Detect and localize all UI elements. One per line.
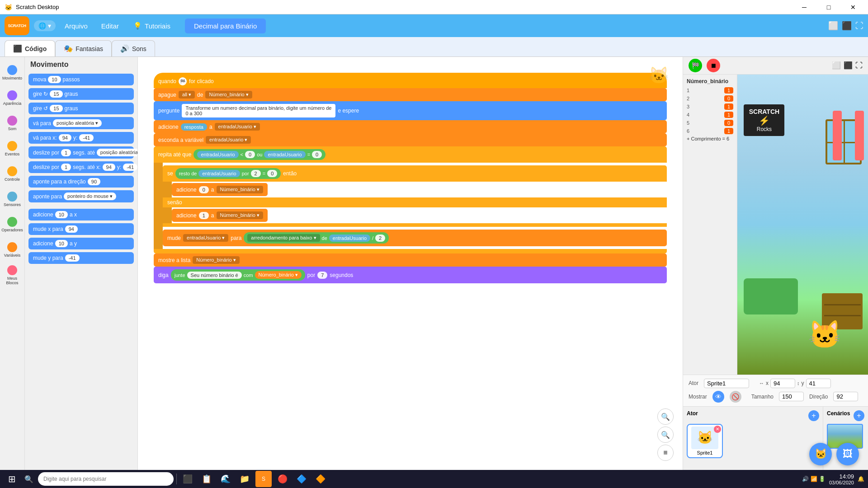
- stop-button[interactable]: ⏹: [707, 59, 720, 72]
- sidebar-item-som[interactable]: Som: [1, 112, 24, 135]
- block-mude-y[interactable]: mude y para -41: [28, 252, 134, 264]
- block-esconda[interactable]: esconda a variável entradaUsuario ▾: [154, 133, 667, 146]
- layout-btn-1[interactable]: ⬜: [828, 21, 838, 31]
- stage-small-button[interactable]: ⬜: [832, 61, 841, 70]
- taskbar-notification[interactable]: 🔔: [858, 476, 864, 482]
- block-adicione-y[interactable]: adicione 10 a y: [28, 238, 134, 249]
- main-area: Movimento Aparência Som Eventos Controle…: [0, 57, 868, 470]
- add-scene-float-button[interactable]: 🖼: [836, 443, 859, 465]
- tutorials-menu[interactable]: 💡 Tutoriais: [128, 20, 176, 32]
- language-selector[interactable]: 🌐 ▾: [34, 20, 56, 31]
- sidebar-item-movimento[interactable]: Movimento: [1, 61, 24, 84]
- x-label: x: [766, 380, 769, 386]
- menubar: SCRATCH 🌐 ▾ Arquivo Editar 💡 Tutoriais D…: [0, 14, 868, 37]
- taskbar-app-vscode[interactable]: 🔷: [293, 471, 310, 487]
- sprite-delete-button[interactable]: ✕: [714, 426, 721, 433]
- sprite-name-input[interactable]: [704, 379, 749, 388]
- size-label: Tamanho: [751, 394, 774, 400]
- taskbar-date: 03/06/2020: [829, 480, 854, 485]
- green-flag-button[interactable]: 🏁: [689, 59, 702, 72]
- script-canvas[interactable]: 🐱 quando 🏁 for clicado apague a: [138, 57, 683, 470]
- taskbar-app-edge[interactable]: 🌊: [217, 471, 234, 487]
- sidebar-item-controle[interactable]: Controle: [1, 163, 24, 185]
- zoom-in-button[interactable]: 🔍: [657, 408, 674, 425]
- sprite-name-label: Sprite1: [697, 450, 713, 455]
- hide-eye-button[interactable]: 🚫: [730, 391, 741, 403]
- sidebar-item-aparencia[interactable]: Aparência: [1, 87, 24, 109]
- block-adicione-resposta[interactable]: adicione resposta a entradaUsuario ▾: [154, 120, 667, 133]
- block-adicione-1[interactable]: adicione 1 a Número_binário ▾: [172, 209, 268, 222]
- block-adicione-x[interactable]: adicione 10 a x: [28, 209, 134, 221]
- block-gire-ccw[interactable]: gire ↺ 15 graus: [28, 103, 134, 114]
- taskbar-app-chrome[interactable]: 🔴: [274, 471, 291, 487]
- taskbar-app-widget[interactable]: 📋: [198, 471, 215, 487]
- taskbar-app-multitask[interactable]: ⬛: [179, 471, 196, 487]
- close-button[interactable]: ✕: [843, 0, 863, 14]
- tab-fantasias[interactable]: 🎭 Fantasias: [55, 40, 112, 56]
- tab-sons[interactable]: 🔊 Sons: [112, 40, 155, 56]
- show-eye-button[interactable]: 👁: [712, 391, 724, 403]
- minimize-button[interactable]: ─: [794, 0, 815, 14]
- block-adicione-0[interactable]: adicione 0 a Número_binário ▾: [172, 183, 268, 196]
- y-input[interactable]: [806, 379, 831, 388]
- taskbar-app-other[interactable]: 🔶: [312, 471, 329, 487]
- add-scene-button[interactable]: +: [854, 410, 864, 421]
- stage-canvas[interactable]: 🐱 SCRATCH ⚡ Rocks: [737, 75, 868, 375]
- zoom-out-button[interactable]: 🔍: [657, 427, 674, 443]
- taskbar-app-scratch[interactable]: S: [255, 471, 272, 487]
- stage-background: 🐱 SCRATCH ⚡ Rocks: [737, 75, 868, 375]
- taskbar-search-input[interactable]: [38, 472, 174, 486]
- globe-arrow: ▾: [48, 22, 51, 29]
- stage-large-button[interactable]: ⬛: [844, 61, 853, 70]
- taskbar-app-explorer[interactable]: 📁: [236, 471, 253, 487]
- block-repeat-until[interactable]: repita até que entradaUsuario < 0 ou ent…: [154, 146, 667, 253]
- arquivo-menu[interactable]: Arquivo: [60, 20, 92, 32]
- dir-input[interactable]: [833, 392, 858, 401]
- block-apague[interactable]: apague all ▾ de Número_binário ▾: [154, 88, 667, 101]
- codigo-icon: ⬛: [13, 44, 22, 53]
- search-icon: 🔍: [24, 475, 33, 483]
- block-pergunte[interactable]: pergunte Transforme um numero decimal pa…: [154, 101, 667, 120]
- maximize-button[interactable]: □: [818, 0, 839, 14]
- add-sprite-button[interactable]: +: [808, 410, 819, 421]
- block-mude-x[interactable]: mude x para 94: [28, 223, 134, 235]
- floating-buttons: 🐱 🖼: [809, 443, 859, 465]
- x-input[interactable]: [770, 379, 795, 388]
- script-area[interactable]: 🐱 quando 🏁 for clicado apague a: [138, 57, 683, 470]
- green-flag-icon: 🏁: [179, 77, 187, 85]
- sprite-cat[interactable]: 🐱: [808, 319, 842, 351]
- sprite-item-1[interactable]: ✕ 🐱 Sprite1: [687, 424, 723, 458]
- sidebar-item-variaveis[interactable]: Variáveis: [1, 239, 24, 261]
- sidebar-item-eventos[interactable]: Eventos: [1, 137, 24, 160]
- project-name-input[interactable]: Decimal para Binário: [185, 19, 266, 33]
- sprites-list: Ator + ✕ 🐱 Sprite1: [683, 407, 823, 470]
- sidebar-item-operadores[interactable]: Operadores: [1, 213, 24, 236]
- editar-menu[interactable]: Editar: [97, 20, 123, 32]
- sidebar-item-meusblocos[interactable]: Meus Blocos: [1, 264, 24, 286]
- block-diga[interactable]: diga junte Seu número binário é com Núme…: [154, 267, 667, 283]
- layout-btn-fullscreen[interactable]: ⛶: [855, 21, 863, 31]
- tabbar: ⬛ Código 🎭 Fantasias 🔊 Sons: [0, 37, 868, 57]
- taskbar-right: 🔊 📶 🔋 14:09 03/06/2020 🔔: [802, 473, 864, 485]
- block-aponte-direcao[interactable]: aponte para a direção 90: [28, 176, 134, 188]
- block-va-para-xy[interactable]: vá para x: 94 y: -41: [28, 132, 134, 144]
- block-deslize-aleatorio[interactable]: deslize por 1 segs. até posição aleatóri…: [28, 146, 134, 159]
- block-mova[interactable]: mova 10 passos: [28, 74, 134, 85]
- block-va-para[interactable]: vá para posição aleatória ▾: [28, 117, 134, 129]
- block-if[interactable]: se resto de entradaUsuario por 2 = 0: [163, 165, 667, 227]
- block-gire-cw[interactable]: gire ↻ 15 graus: [28, 88, 134, 100]
- size-input[interactable]: [779, 392, 804, 401]
- layout-btn-2[interactable]: ⬛: [842, 21, 852, 31]
- block-mude-entrada[interactable]: mude entradaUsuario ▾ para arredondament…: [163, 230, 667, 246]
- block-when-flag[interactable]: quando 🏁 for clicado: [154, 73, 667, 88]
- sidebar-item-sensores[interactable]: Sensores: [1, 188, 24, 211]
- stage-fullscreen-button[interactable]: ⛶: [855, 61, 863, 70]
- block-aponte-para[interactable]: aponte para ponteiro do mouse ▾: [28, 190, 134, 202]
- block-mostre-lista[interactable]: mostre a lista Número_binário ▾: [154, 253, 667, 267]
- titlebar: 🐱 Scratch Desktop ─ □ ✕: [0, 0, 868, 14]
- zoom-reset-button[interactable]: ≡: [657, 445, 674, 461]
- block-deslize-xy[interactable]: deslize por 1 segs. até x: 94 y: -41: [28, 161, 134, 173]
- tab-codigo[interactable]: ⬛ Código: [5, 40, 55, 56]
- add-sprite-float-button[interactable]: 🐱: [809, 443, 832, 465]
- start-button[interactable]: ⊞: [4, 471, 20, 487]
